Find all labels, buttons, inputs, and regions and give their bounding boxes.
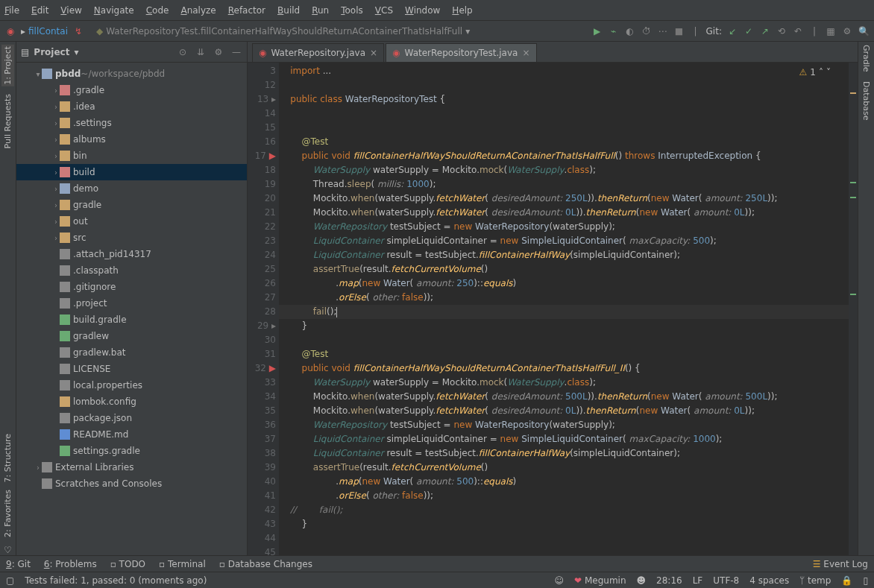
profile-icon[interactable]: ⏱ (641, 25, 653, 37)
error-stripe[interactable] (849, 63, 858, 555)
file-encoding[interactable]: UTF-8 (713, 575, 739, 586)
tool-terminal[interactable]: ▫ Terminal (159, 559, 206, 569)
menu-help[interactable]: Help (452, 5, 472, 16)
tree-item-build[interactable]: ›build (16, 164, 247, 180)
inspection-widget[interactable]: ⚠ 1 ˄ ˅ (799, 67, 831, 78)
settings-icon[interactable]: ⚙ (213, 46, 224, 58)
search-everywhere-icon[interactable]: 🔍 (858, 25, 870, 37)
settings-icon[interactable]: ⚙ (841, 25, 853, 37)
menu-tools[interactable]: Tools (341, 5, 363, 16)
git-rollback-icon[interactable]: ↶ (792, 25, 804, 37)
tool-gradle[interactable]: Gradle (861, 45, 871, 72)
menu-code[interactable]: Code (146, 5, 169, 16)
tree-item-bin[interactable]: ›bin (16, 148, 247, 164)
git-commit-icon[interactable]: ✓ (743, 25, 755, 37)
close-icon[interactable]: × (522, 48, 529, 58)
tree-item-.classpath[interactable]: .classpath (16, 262, 247, 279)
menu-edit[interactable]: Edit (31, 5, 48, 16)
tree-item-gradlew[interactable]: gradlew (16, 328, 247, 344)
run-config-selector[interactable]: ▸ fillContai (21, 26, 68, 37)
breadcrumb[interactable]: ◆ WaterRepositoryTest.fillContainerHalfW… (96, 26, 470, 37)
coverage-icon[interactable]: ◐ (624, 25, 636, 37)
sync-icon[interactable]: ↯ (72, 25, 84, 37)
line-gutter[interactable]: 31213 ▸14151617 ▶18192021222324252627282… (248, 63, 279, 555)
tree-item-package.json[interactable]: package.json (16, 410, 247, 426)
tree-item-out[interactable]: ›out (16, 213, 247, 230)
tree-item-LICENSE[interactable]: LICENSE (16, 361, 247, 377)
hide-icon[interactable]: — (230, 46, 242, 58)
tool-database-changes[interactable]: ▫ Database Changes (219, 559, 312, 569)
tool-favorites[interactable]: 2: Favorites (3, 490, 13, 537)
attach-icon[interactable]: ⋯ (657, 25, 669, 37)
menu-run[interactable]: Run (312, 5, 329, 16)
tree-item-build.gradle[interactable]: build.gradle (16, 312, 247, 328)
chevron-down-icon[interactable]: ▾ (74, 47, 78, 57)
menu-vcs[interactable]: VCS (375, 5, 393, 16)
editor-tabs: ◉WaterRepository.java×◉WaterRepositoryTe… (248, 42, 858, 63)
memory-indicator[interactable]: ▯ (863, 575, 868, 586)
tree-item-gradle[interactable]: ›gradle (16, 197, 247, 213)
tree-item-src[interactable]: ›src (16, 230, 247, 246)
menu-file[interactable]: File (4, 5, 19, 16)
project-structure-icon[interactable]: ▦ (825, 25, 837, 37)
menu-analyze[interactable]: Analyze (180, 5, 216, 16)
menu-window[interactable]: Window (405, 5, 440, 16)
git-update-icon[interactable]: ↙ (726, 25, 738, 37)
friends-icon[interactable]: ☺ (555, 575, 565, 586)
prev-highlight-icon[interactable]: ˄ (819, 67, 823, 78)
git-push-icon[interactable]: ↗ (759, 25, 771, 37)
menu-view[interactable]: View (60, 5, 81, 16)
status-icon: ▢ (6, 575, 14, 586)
menu-build[interactable]: Build (277, 5, 300, 16)
indent-setting[interactable]: 4 spaces (749, 575, 789, 586)
tree-item-.gradle[interactable]: ›.gradle (16, 82, 247, 98)
locate-icon[interactable]: ⊙ (177, 46, 189, 58)
tree-item-external-libraries[interactable]: ›External Libraries (16, 459, 247, 475)
tree-item-.gitignore[interactable]: .gitignore (16, 279, 247, 295)
tree-item-scratches-and-consoles[interactable]: Scratches and Consoles (16, 475, 247, 492)
tree-item-gradlew.bat[interactable]: gradlew.bat (16, 344, 247, 361)
menu-refactor[interactable]: Refactor (228, 5, 265, 16)
tree-item-.idea[interactable]: ›.idea (16, 98, 247, 115)
line-separator[interactable]: LF (693, 575, 703, 586)
event-log[interactable]: ☰ Event Log (813, 559, 868, 569)
stop-icon[interactable]: ■ (673, 25, 685, 37)
bottom-tool-bar: 9: Git6: Problems▫ TODO▫ Terminal▫ Datab… (0, 555, 874, 572)
streamer-widget[interactable]: ❤ Megumin (574, 575, 626, 586)
tree-item-.project[interactable]: .project (16, 295, 247, 312)
project-tree[interactable]: ▾pbdd ~/workspace/pbdd›.gradle›.idea›.se… (16, 63, 247, 555)
close-icon[interactable]: × (370, 48, 377, 58)
tool-git[interactable]: 9: Git (6, 559, 31, 569)
tree-item-demo[interactable]: ›demo (16, 180, 247, 197)
tab-WaterRepository.java[interactable]: ◉WaterRepository.java× (252, 43, 384, 62)
collapse-icon[interactable]: ⇊ (195, 46, 207, 58)
project-dropdown-icon[interactable]: ▤ (21, 47, 29, 57)
tree-item-.attach_pid14317[interactable]: .attach_pid14317 (16, 246, 247, 262)
tool-structure[interactable]: 7: Structure (3, 434, 13, 482)
tool-project[interactable]: 1: Project (1, 45, 14, 86)
code-area[interactable]: import ... public class WaterRepositoryT… (279, 63, 858, 555)
tab-WaterRepositoryTest.java[interactable]: ◉WaterRepositoryTest.java× (386, 43, 536, 62)
sidebar-title[interactable]: Project (34, 47, 69, 57)
tree-item-albums[interactable]: ›albums (16, 131, 247, 148)
caret-position[interactable]: 28:16 (656, 575, 682, 586)
debug-icon[interactable]: ⌁ (608, 25, 620, 37)
tool-database[interactable]: Database (861, 81, 871, 121)
tool-todo[interactable]: ▫ TODO (110, 559, 145, 569)
tool-pull-requests[interactable]: Pull Requests (3, 94, 13, 148)
run-icon[interactable]: ▶ (591, 25, 603, 37)
git-history-icon[interactable]: ⟲ (776, 25, 787, 37)
tree-item-settings.gradle[interactable]: settings.gradle (16, 443, 247, 459)
tree-item-.settings[interactable]: ›.settings (16, 115, 247, 131)
menu-navigate[interactable]: Navigate (94, 5, 134, 16)
tree-item-local.properties[interactable]: local.properties (16, 377, 247, 393)
next-highlight-icon[interactable]: ˅ (826, 67, 831, 78)
tree-root[interactable]: ▾pbdd ~/workspace/pbdd (16, 66, 247, 82)
tree-item-lombok.config[interactable]: lombok.config (16, 393, 247, 410)
tool-problems[interactable]: 6: Problems (44, 559, 97, 569)
project-sidebar: ▤ Project ▾ ⊙ ⇊ ⚙ — ▾pbdd ~/workspace/pb… (16, 42, 248, 555)
face-icon[interactable]: ☻ (637, 575, 647, 586)
tree-item-README.md[interactable]: README.md (16, 426, 247, 443)
lock-icon[interactable]: 🔒 (841, 575, 852, 586)
git-branch[interactable]: ᛘ temp (799, 575, 831, 586)
